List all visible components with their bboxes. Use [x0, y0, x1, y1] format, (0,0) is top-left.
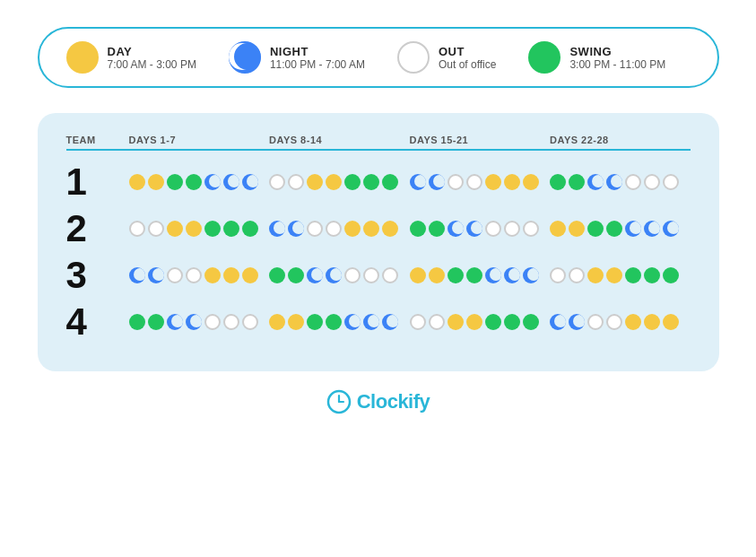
out-text: OUT Out of office — [439, 45, 496, 71]
legend-out: OUT Out of office — [397, 41, 496, 74]
schedule-rows: 1234 — [66, 163, 691, 341]
dot-o — [223, 314, 239, 330]
dot-o — [606, 314, 622, 330]
dot-n — [382, 314, 398, 330]
col-days3: DAYS 15-21 — [410, 135, 551, 145]
dot-g — [410, 221, 426, 237]
schedule-row-1: 1 — [66, 163, 691, 201]
dot-o — [307, 221, 323, 237]
dot-y — [448, 314, 464, 330]
dot-o — [485, 221, 501, 237]
dot-o — [448, 174, 464, 190]
dot-o — [625, 174, 641, 190]
dot-y — [569, 221, 585, 237]
dot-n — [466, 221, 482, 237]
night-icon — [229, 41, 261, 74]
dot-n — [606, 174, 622, 190]
dot-g — [663, 267, 679, 283]
dots-team4-period2 — [269, 314, 410, 330]
header-divider — [66, 149, 691, 151]
swing-icon — [528, 41, 560, 74]
night-time: 11:00 PM - 7:00 AM — [270, 58, 365, 71]
dot-o — [382, 267, 398, 283]
dot-g — [429, 221, 445, 237]
dot-o — [148, 221, 164, 237]
night-text: NIGHT 11:00 PM - 7:00 AM — [270, 45, 365, 71]
dot-n — [307, 267, 323, 283]
dot-n — [269, 221, 285, 237]
dot-o — [429, 314, 445, 330]
schedule-row-3: 3 — [66, 257, 691, 294]
col-days2: DAYS 8-14 — [269, 135, 410, 145]
dot-o — [504, 221, 520, 237]
dot-g — [485, 314, 501, 330]
dot-g — [223, 221, 239, 237]
dot-y — [288, 314, 304, 330]
dots-team4-period1 — [129, 314, 270, 330]
col-days1: DAYS 1-7 — [129, 135, 270, 145]
dot-g — [186, 174, 202, 190]
dot-n — [223, 174, 239, 190]
dot-g — [625, 267, 641, 283]
dots-team3-period1 — [129, 267, 270, 283]
dots-team2-period4 — [550, 221, 691, 237]
dots-team4-period4 — [550, 314, 691, 330]
dot-o — [269, 174, 285, 190]
dots-team1-period3 — [410, 174, 551, 190]
dot-y — [363, 221, 379, 237]
dot-n — [523, 267, 539, 283]
legend-day: DAY 7:00 AM - 3:00 PM — [66, 41, 196, 74]
dot-y — [129, 174, 145, 190]
dot-o — [663, 174, 679, 190]
legend-swing: SWING 3:00 PM - 11:00 PM — [528, 41, 665, 74]
dot-n — [644, 221, 660, 237]
dot-o — [186, 267, 202, 283]
day-icon — [66, 41, 99, 74]
dots-team4-period3 — [410, 314, 551, 330]
dot-g — [363, 174, 379, 190]
team-number-1: 1 — [66, 163, 129, 201]
dot-o — [644, 174, 660, 190]
dot-g — [504, 314, 520, 330]
dot-g — [204, 221, 221, 237]
dot-n — [363, 314, 379, 330]
dot-g — [466, 267, 482, 283]
dots-team1-period2 — [269, 174, 410, 190]
dot-o — [363, 267, 379, 283]
clockify-logo-icon — [326, 389, 352, 414]
schedule-row-2: 2 — [66, 210, 691, 248]
dot-g — [569, 174, 585, 190]
dot-g — [129, 314, 145, 330]
dot-n — [204, 174, 221, 190]
dot-n — [504, 267, 520, 283]
out-title: OUT — [439, 45, 496, 58]
night-title: NIGHT — [270, 45, 365, 58]
dots-team3-period2 — [269, 267, 410, 283]
day-text: DAY 7:00 AM - 3:00 PM — [108, 45, 196, 71]
schedule-panel: TEAM DAYS 1-7 DAYS 8-14 DAYS 15-21 DAYS … — [38, 113, 719, 371]
legend-pill: DAY 7:00 AM - 3:00 PM NIGHT 11:00 PM - 7… — [38, 27, 719, 88]
day-time: 7:00 AM - 3:00 PM — [108, 58, 196, 71]
dot-g — [523, 314, 539, 330]
dots-team3-period3 — [410, 267, 551, 283]
out-icon — [397, 41, 430, 74]
dot-y — [410, 267, 426, 283]
dot-o — [129, 221, 145, 237]
dot-n — [625, 221, 641, 237]
team-number-4: 4 — [66, 303, 129, 341]
dot-o — [344, 267, 361, 283]
dot-n — [448, 221, 464, 237]
dot-n — [344, 314, 361, 330]
dots-team1-period4 — [550, 174, 691, 190]
dot-n — [288, 221, 304, 237]
dot-o — [550, 267, 566, 283]
dot-n — [242, 174, 258, 190]
dots-team1-period1 — [129, 174, 270, 190]
dot-y — [148, 174, 164, 190]
dot-o — [167, 267, 183, 283]
dot-n — [569, 314, 585, 330]
dot-y — [223, 267, 239, 283]
team-number-2: 2 — [66, 210, 129, 248]
schedule-row-4: 4 — [66, 303, 691, 341]
team-number-3: 3 — [66, 257, 129, 294]
